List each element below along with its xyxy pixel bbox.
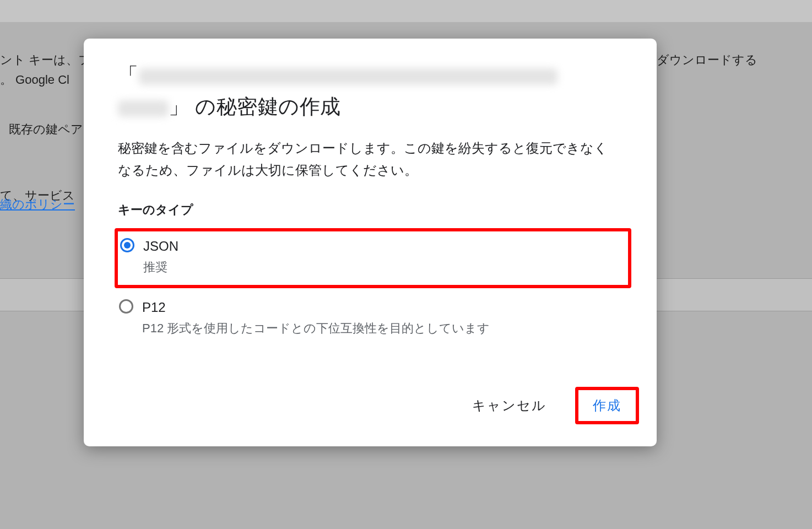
radio-option-json[interactable]: JSON 推奨 — [119, 235, 622, 282]
dialog-actions: キャンセル 作成 — [460, 387, 639, 424]
radio-sub-p12: P12 形式を使用したコードとの下位互換性を目的としています — [142, 318, 490, 338]
radio-labels-json: JSON 推奨 — [143, 237, 178, 277]
radio-labels-p12: P12 P12 形式を使用したコードとの下位互換性を目的としています — [142, 298, 490, 338]
dialog-title: 「 」 の秘密鍵の作成 — [118, 60, 631, 123]
create-button-highlight: 作成 — [575, 387, 639, 424]
title-suffix: 」 の秘密鍵の作成 — [169, 95, 341, 118]
redacted-account-name-2 — [118, 100, 169, 117]
title-prefix: 「 — [118, 64, 139, 87]
json-option-highlight: JSON 推奨 — [115, 228, 631, 288]
redacted-account-name-1 — [139, 68, 557, 85]
key-type-label: キーのタイプ — [118, 202, 631, 218]
key-type-radio-group: JSON 推奨 P12 P12 形式を使用したコードとの下位互換性を目的としてい… — [118, 228, 631, 354]
radio-icon-unchecked — [119, 299, 133, 314]
radio-icon-checked — [120, 238, 134, 252]
radio-option-p12[interactable]: P12 P12 形式を使用したコードとの下位互換性を目的としています — [118, 296, 631, 343]
cancel-button[interactable]: キャンセル — [460, 391, 559, 420]
create-private-key-dialog: 「 」 の秘密鍵の作成 秘密鍵を含むファイルをダウンロードします。この鍵を紛失す… — [84, 39, 657, 446]
dialog-description: 秘密鍵を含むファイルをダウンロードします。この鍵を紛失すると復元できなくなるため… — [118, 137, 631, 182]
radio-title-p12: P12 — [142, 298, 490, 317]
radio-sub-json: 推奨 — [143, 257, 178, 277]
create-button[interactable]: 作成 — [581, 391, 634, 420]
radio-title-json: JSON — [143, 237, 178, 256]
